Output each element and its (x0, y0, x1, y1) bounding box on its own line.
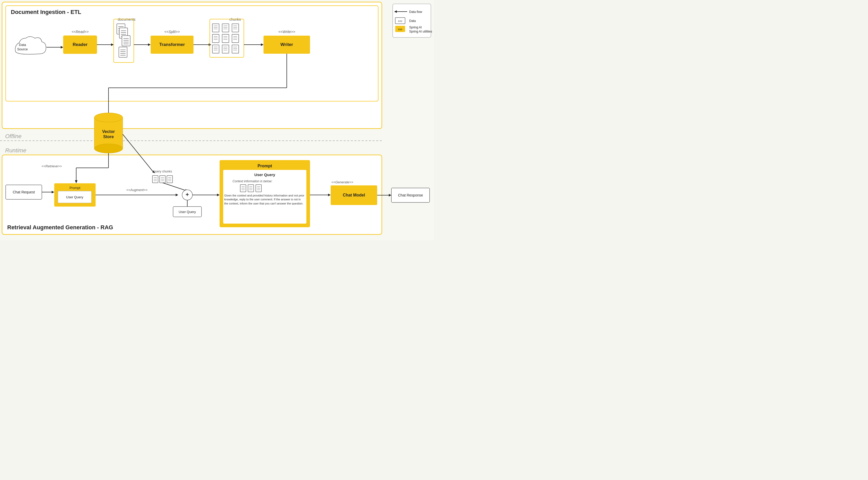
svg-rect-34 (212, 24, 219, 32)
query-chunk-icons (152, 175, 173, 183)
context-info-label: Context information is below: (232, 180, 272, 183)
transformer-label: Transformer (159, 42, 185, 47)
prompt-doc-icons (240, 185, 261, 192)
chunk-icons (212, 24, 239, 53)
svg-rect-62 (222, 45, 229, 53)
runtime-prompt-label: Prompt (69, 186, 80, 190)
writer-stereotype: <<Write>> (278, 30, 295, 34)
svg-rect-46 (212, 34, 219, 42)
chat-response-label: Chat Response (398, 193, 423, 197)
svg-text:xxx: xxx (398, 28, 402, 31)
offline-label: Offline (5, 133, 22, 139)
user-query-small-label: User Query (179, 210, 196, 214)
legend-spring-ai-label2: Spring AI utilities (409, 30, 432, 33)
rag-title: Retrieval Augmented Generation - RAG (7, 224, 113, 231)
svg-rect-42 (232, 24, 239, 32)
legend-data-flow-label: Data flow (409, 10, 422, 14)
data-source-label: Data (19, 43, 26, 47)
runtime-user-query-label: User Query (66, 195, 84, 199)
svg-text:Store: Store (103, 134, 114, 139)
svg-rect-23 (119, 47, 127, 57)
legend-data-label: Data (409, 19, 416, 23)
svg-rect-18 (122, 36, 130, 46)
writer-label: Writer (281, 42, 293, 47)
svg-text:xxx: xxx (398, 19, 402, 23)
svg-marker-139 (389, 194, 392, 196)
svg-point-83 (94, 113, 123, 122)
retrieve-stereotype: <<Retrieve>> (41, 164, 62, 168)
svg-text:Source: Source (17, 47, 28, 51)
chat-model-label: Chat Model (343, 193, 365, 197)
chat-request-label: Chat Request (13, 190, 35, 194)
svg-point-86 (94, 144, 123, 153)
runtime-label: Runtime (5, 147, 26, 154)
svg-rect-66 (232, 45, 239, 53)
prompt-instructions: Given the context and provided history i… (224, 194, 305, 205)
svg-rect-50 (222, 34, 229, 42)
svg-rect-38 (222, 24, 229, 32)
plus-symbol: + (186, 191, 189, 198)
etl-title: Document Ingestion - ETL (11, 9, 82, 15)
svg-rect-54 (232, 34, 239, 42)
reader-stereotype: <<Read>> (71, 30, 89, 34)
reader-label: Reader (72, 42, 88, 47)
legend-spring-ai-label1: Spring AI (409, 26, 422, 29)
big-prompt-label: Prompt (257, 164, 272, 168)
augment-stereotype: <<Augment>> (126, 188, 148, 192)
svg-rect-58 (212, 45, 219, 53)
big-prompt-user-query: User Query (254, 172, 276, 177)
vector-store-label: Vector (102, 129, 115, 134)
query-chunks-label: query chunks (153, 170, 172, 173)
transformer-stereotype: <<Split>> (164, 30, 180, 34)
generate-stereotype: <<Generate>> (332, 180, 353, 184)
